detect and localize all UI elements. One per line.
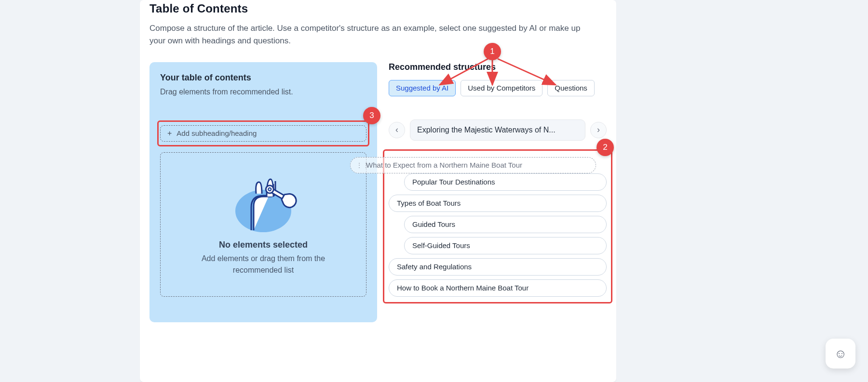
chevron-right-icon: ›	[597, 125, 600, 135]
structure-nav: ‹ Exploring the Majestic Waterways of N.…	[389, 119, 607, 141]
content-card: Table of Contents Compose a structure of…	[140, 0, 616, 382]
structure-item-label: How to Book a Northern Maine Boat Tour	[397, 284, 529, 292]
toc-dropzone[interactable]: No elements selected Add elements or dra…	[160, 152, 366, 297]
structure-item-label: Popular Tour Destinations	[412, 178, 495, 186]
annotation-badge-2: 2	[597, 139, 614, 156]
add-subheading-button[interactable]: + Add subheading/heading	[160, 125, 366, 142]
structure-tabs: Suggested by AI Used by Competitors Ques…	[389, 80, 607, 96]
structure-item-label: Self-Guided Tours	[412, 241, 470, 250]
feedback-button[interactable]: ☺	[826, 339, 855, 369]
wrench-hand-icon	[227, 172, 299, 235]
dropzone-empty-description: Add elements or drag them from the recom…	[186, 253, 340, 276]
annotation-badge-1: 1	[484, 43, 501, 60]
structure-list: ⋮⋮ What to Expect from a Northern Maine …	[389, 154, 607, 297]
page-description: Compose a structure of the article. Use …	[149, 22, 593, 48]
next-structure-button[interactable]: ›	[590, 122, 607, 138]
drag-handle-icon: ⋮⋮	[356, 162, 362, 169]
structure-item[interactable]: Safety and Regulations	[389, 258, 607, 276]
structure-item[interactable]: How to Book a Northern Maine Boat Tour	[389, 279, 607, 297]
plus-icon: +	[167, 130, 172, 137]
dragging-item-label: What to Expect from a Northern Maine Boa…	[366, 161, 522, 169]
your-toc-heading: Your table of contents	[160, 73, 366, 83]
your-toc-subheading: Drag elements from recommended list.	[160, 88, 366, 96]
annotation-badge-3: 3	[363, 107, 380, 124]
chevron-left-icon: ‹	[395, 125, 398, 135]
recommended-structures-panel: Recommended structures Suggested by AI U…	[389, 62, 607, 322]
dropzone-empty-title: No elements selected	[219, 240, 308, 250]
add-heading-row-wrapper: + Add subheading/heading	[160, 125, 366, 142]
structure-item-label: Types of Boat Tours	[397, 199, 461, 207]
dragging-item-ghost[interactable]: ⋮⋮ What to Expect from a Northern Maine …	[350, 157, 596, 173]
smiley-icon: ☺	[834, 346, 847, 361]
structure-item[interactable]: Types of Boat Tours	[389, 195, 607, 212]
current-structure-title[interactable]: Exploring the Majestic Waterways of N...	[410, 119, 585, 141]
your-toc-panel: Your table of contents Drag elements fro…	[149, 62, 377, 322]
two-column-layout: Your table of contents Drag elements fro…	[149, 62, 607, 322]
structure-subitem[interactable]: Self-Guided Tours	[404, 237, 607, 254]
add-subheading-label: Add subheading/heading	[176, 129, 257, 137]
structure-subitem[interactable]: Popular Tour Destinations	[404, 173, 607, 191]
prev-structure-button[interactable]: ‹	[389, 122, 405, 138]
tab-questions[interactable]: Questions	[547, 80, 595, 96]
structure-item-label: Safety and Regulations	[397, 263, 472, 271]
recommended-heading: Recommended structures	[389, 62, 607, 72]
tab-used-by-competitors[interactable]: Used by Competitors	[461, 80, 542, 96]
structure-item-label: Guided Tours	[412, 220, 455, 228]
tab-suggested-by-ai[interactable]: Suggested by AI	[389, 80, 456, 96]
page-title: Table of Contents	[149, 2, 607, 15]
structure-subitem[interactable]: Guided Tours	[404, 216, 607, 233]
